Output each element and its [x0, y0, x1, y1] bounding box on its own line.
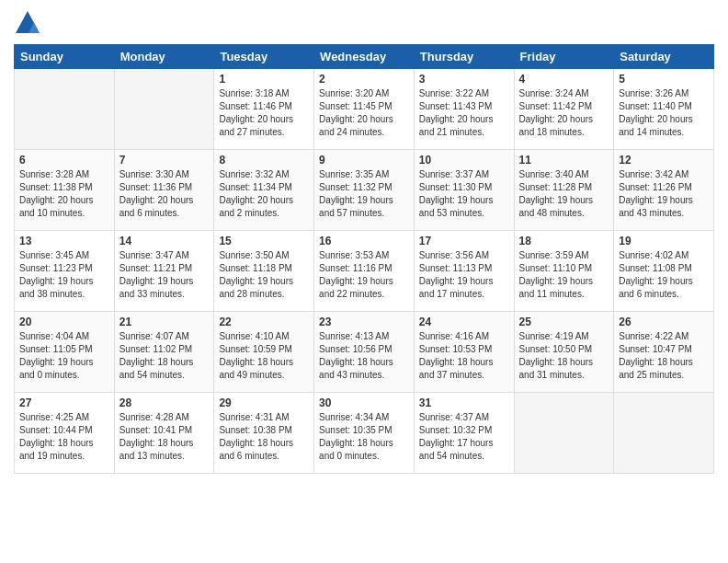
day-info: Sunrise: 3:22 AM Sunset: 11:43 PM Daylig…	[419, 87, 509, 139]
logo-icon	[14, 9, 41, 37]
week-row-1: 1Sunrise: 3:18 AM Sunset: 11:46 PM Dayli…	[15, 69, 714, 150]
day-info: Sunrise: 3:18 AM Sunset: 11:46 PM Daylig…	[219, 87, 309, 139]
calendar-cell: 2Sunrise: 3:20 AM Sunset: 11:45 PM Dayli…	[314, 69, 415, 150]
day-number: 9	[319, 154, 409, 167]
weekday-header-saturday: Saturday	[614, 45, 714, 69]
day-number: 8	[219, 154, 309, 167]
day-info: Sunrise: 3:20 AM Sunset: 11:45 PM Daylig…	[319, 87, 409, 139]
day-info: Sunrise: 4:19 AM Sunset: 10:50 PM Daylig…	[519, 330, 609, 382]
day-number: 10	[419, 154, 509, 167]
day-number: 31	[419, 396, 509, 409]
day-info: Sunrise: 4:04 AM Sunset: 11:05 PM Daylig…	[19, 330, 109, 382]
day-info: Sunrise: 4:16 AM Sunset: 10:53 PM Daylig…	[419, 330, 509, 382]
day-number: 25	[519, 316, 609, 328]
day-info: Sunrise: 3:45 AM Sunset: 11:23 PM Daylig…	[19, 249, 109, 301]
day-number: 3	[419, 73, 509, 86]
day-info: Sunrise: 4:31 AM Sunset: 10:38 PM Daylig…	[219, 411, 309, 463]
header	[14, 9, 714, 37]
week-row-4: 20Sunrise: 4:04 AM Sunset: 11:05 PM Dayl…	[15, 312, 714, 393]
weekday-header-row: SundayMondayTuesdayWednesdayThursdayFrid…	[15, 45, 714, 69]
logo	[14, 9, 45, 37]
day-number: 16	[319, 235, 409, 247]
day-number: 2	[319, 73, 409, 86]
day-number: 18	[519, 235, 609, 247]
day-info: Sunrise: 4:10 AM Sunset: 10:59 PM Daylig…	[219, 330, 309, 382]
day-number: 14	[119, 235, 210, 247]
day-number: 30	[319, 396, 409, 409]
calendar-cell: 7Sunrise: 3:30 AM Sunset: 11:36 PM Dayli…	[114, 150, 214, 231]
day-number: 1	[219, 73, 309, 86]
calendar-cell: 20Sunrise: 4:04 AM Sunset: 11:05 PM Dayl…	[15, 312, 115, 393]
day-number: 19	[619, 235, 709, 247]
calendar-cell: 29Sunrise: 4:31 AM Sunset: 10:38 PM Dayl…	[214, 393, 314, 474]
week-row-3: 13Sunrise: 3:45 AM Sunset: 11:23 PM Dayl…	[15, 231, 714, 312]
day-info: Sunrise: 3:32 AM Sunset: 11:34 PM Daylig…	[219, 168, 309, 220]
calendar-cell: 9Sunrise: 3:35 AM Sunset: 11:32 PM Dayli…	[314, 150, 415, 231]
calendar-cell: 5Sunrise: 3:26 AM Sunset: 11:40 PM Dayli…	[614, 69, 714, 150]
page: SundayMondayTuesdayWednesdayThursdayFrid…	[0, 0, 728, 563]
day-number: 12	[619, 154, 709, 167]
calendar-cell: 12Sunrise: 3:42 AM Sunset: 11:26 PM Dayl…	[614, 150, 714, 231]
day-info: Sunrise: 4:07 AM Sunset: 11:02 PM Daylig…	[119, 330, 210, 382]
calendar-cell	[614, 393, 714, 474]
calendar-cell: 8Sunrise: 3:32 AM Sunset: 11:34 PM Dayli…	[214, 150, 314, 231]
calendar-cell: 14Sunrise: 3:47 AM Sunset: 11:21 PM Dayl…	[114, 231, 214, 312]
calendar-cell: 27Sunrise: 4:25 AM Sunset: 10:44 PM Dayl…	[15, 393, 115, 474]
calendar-cell: 24Sunrise: 4:16 AM Sunset: 10:53 PM Dayl…	[414, 312, 514, 393]
weekday-header-tuesday: Tuesday	[214, 45, 314, 69]
calendar-cell: 19Sunrise: 4:02 AM Sunset: 11:08 PM Dayl…	[614, 231, 714, 312]
calendar-cell: 1Sunrise: 3:18 AM Sunset: 11:46 PM Dayli…	[214, 69, 314, 150]
day-number: 13	[19, 235, 109, 247]
calendar-cell: 4Sunrise: 3:24 AM Sunset: 11:42 PM Dayli…	[514, 69, 614, 150]
calendar-cell: 11Sunrise: 3:40 AM Sunset: 11:28 PM Dayl…	[514, 150, 614, 231]
day-info: Sunrise: 3:24 AM Sunset: 11:42 PM Daylig…	[519, 87, 609, 139]
calendar-cell: 17Sunrise: 3:56 AM Sunset: 11:13 PM Dayl…	[414, 231, 514, 312]
day-info: Sunrise: 3:26 AM Sunset: 11:40 PM Daylig…	[619, 87, 709, 139]
calendar-cell: 21Sunrise: 4:07 AM Sunset: 11:02 PM Dayl…	[114, 312, 214, 393]
calendar-cell: 6Sunrise: 3:28 AM Sunset: 11:38 PM Dayli…	[15, 150, 115, 231]
calendar-cell: 3Sunrise: 3:22 AM Sunset: 11:43 PM Dayli…	[414, 69, 514, 150]
day-info: Sunrise: 4:02 AM Sunset: 11:08 PM Daylig…	[619, 249, 709, 301]
day-info: Sunrise: 3:53 AM Sunset: 11:16 PM Daylig…	[319, 249, 409, 301]
day-number: 29	[219, 396, 309, 409]
day-number: 17	[419, 235, 509, 247]
day-info: Sunrise: 4:13 AM Sunset: 10:56 PM Daylig…	[319, 330, 409, 382]
calendar-cell: 22Sunrise: 4:10 AM Sunset: 10:59 PM Dayl…	[214, 312, 314, 393]
calendar-cell: 18Sunrise: 3:59 AM Sunset: 11:10 PM Dayl…	[514, 231, 614, 312]
day-number: 23	[319, 316, 409, 328]
day-number: 21	[119, 316, 210, 328]
calendar-cell: 26Sunrise: 4:22 AM Sunset: 10:47 PM Dayl…	[614, 312, 714, 393]
week-row-2: 6Sunrise: 3:28 AM Sunset: 11:38 PM Dayli…	[15, 150, 714, 231]
calendar-table: SundayMondayTuesdayWednesdayThursdayFrid…	[14, 44, 714, 474]
day-info: Sunrise: 4:37 AM Sunset: 10:32 PM Daylig…	[419, 411, 509, 463]
day-info: Sunrise: 3:59 AM Sunset: 11:10 PM Daylig…	[519, 249, 609, 301]
day-info: Sunrise: 3:37 AM Sunset: 11:30 PM Daylig…	[419, 168, 509, 220]
day-number: 20	[19, 316, 109, 328]
calendar-cell: 25Sunrise: 4:19 AM Sunset: 10:50 PM Dayl…	[514, 312, 614, 393]
day-number: 26	[619, 316, 709, 328]
day-info: Sunrise: 4:34 AM Sunset: 10:35 PM Daylig…	[319, 411, 409, 463]
day-info: Sunrise: 4:28 AM Sunset: 10:41 PM Daylig…	[119, 411, 210, 463]
day-number: 27	[19, 396, 109, 409]
day-info: Sunrise: 3:28 AM Sunset: 11:38 PM Daylig…	[19, 168, 109, 220]
calendar-cell: 31Sunrise: 4:37 AM Sunset: 10:32 PM Dayl…	[414, 393, 514, 474]
weekday-header-sunday: Sunday	[15, 45, 115, 69]
calendar-cell: 15Sunrise: 3:50 AM Sunset: 11:18 PM Dayl…	[214, 231, 314, 312]
calendar-cell	[114, 69, 214, 150]
weekday-header-friday: Friday	[514, 45, 614, 69]
weekday-header-monday: Monday	[114, 45, 214, 69]
weekday-header-wednesday: Wednesday	[314, 45, 415, 69]
day-number: 22	[219, 316, 309, 328]
day-info: Sunrise: 3:42 AM Sunset: 11:26 PM Daylig…	[619, 168, 709, 220]
day-info: Sunrise: 3:35 AM Sunset: 11:32 PM Daylig…	[319, 168, 409, 220]
day-info: Sunrise: 3:56 AM Sunset: 11:13 PM Daylig…	[419, 249, 509, 301]
day-info: Sunrise: 4:25 AM Sunset: 10:44 PM Daylig…	[19, 411, 109, 463]
calendar-cell: 10Sunrise: 3:37 AM Sunset: 11:30 PM Dayl…	[414, 150, 514, 231]
day-number: 4	[519, 73, 609, 86]
day-number: 7	[119, 154, 210, 167]
day-number: 28	[119, 396, 210, 409]
day-number: 6	[19, 154, 109, 167]
calendar-cell: 16Sunrise: 3:53 AM Sunset: 11:16 PM Dayl…	[314, 231, 415, 312]
calendar-cell	[15, 69, 115, 150]
day-info: Sunrise: 3:47 AM Sunset: 11:21 PM Daylig…	[119, 249, 210, 301]
